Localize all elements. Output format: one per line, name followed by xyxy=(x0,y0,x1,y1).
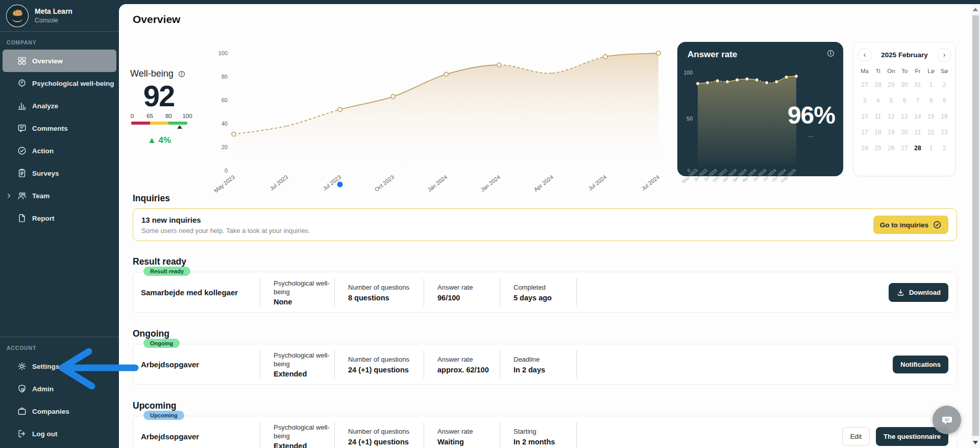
column-label: Psychological well-being xyxy=(274,423,334,441)
calendar-day[interactable]: 23 xyxy=(938,125,951,140)
data-point xyxy=(765,81,768,84)
calendar-day[interactable]: 25 xyxy=(871,140,885,156)
scrollbar-thumb[interactable] xyxy=(972,15,979,436)
calendar-day[interactable]: 20 xyxy=(898,125,911,140)
sidebar-item-comments[interactable]: Comments xyxy=(0,117,119,139)
survey-column: Answer rateWaiting xyxy=(424,422,500,448)
inquiries-title: 13 new inquiries xyxy=(141,216,310,224)
column-value: approx. 62/100 xyxy=(437,366,500,374)
download-icon xyxy=(896,288,905,297)
calendar-day[interactable]: 30 xyxy=(898,77,911,93)
sidebar-item-action[interactable]: Action xyxy=(0,139,119,162)
survey-column: Answer rateapprox. 62/100 xyxy=(424,350,500,379)
calendar-next-button[interactable]: › xyxy=(938,49,951,61)
gear-icon xyxy=(17,361,27,371)
data-point xyxy=(736,79,739,82)
calendar-weekday: On xyxy=(885,65,898,77)
calendar-day[interactable]: 1 xyxy=(924,77,938,93)
wellbeing-label: Well-being xyxy=(130,68,174,79)
sidebar-item-team[interactable]: Team xyxy=(0,184,119,207)
calendar-day[interactable]: 13 xyxy=(898,109,911,125)
calendar-weekday: Sø xyxy=(938,65,951,77)
sidebar-item-overview[interactable]: Overview xyxy=(3,50,116,72)
calendar-day[interactable]: 17 xyxy=(858,125,871,140)
page-title: Overview xyxy=(133,13,180,26)
survey-column: Completed5 days ago xyxy=(500,278,576,306)
y-axis-label: 60 xyxy=(222,97,228,103)
sidebar-item-report[interactable]: Report xyxy=(0,207,119,229)
calendar-day[interactable]: 16 xyxy=(938,109,951,125)
calendar-day[interactable]: 15 xyxy=(924,109,938,125)
calendar-day[interactable]: 27 xyxy=(858,77,871,93)
data-point xyxy=(338,107,342,111)
calendar-day[interactable]: 1 xyxy=(924,140,938,156)
calendar-day[interactable]: 7 xyxy=(911,93,924,109)
calendar-prev-button[interactable]: ‹ xyxy=(858,49,871,61)
calendar-day[interactable]: 10 xyxy=(858,109,871,125)
calendar-day[interactable]: 12 xyxy=(885,109,898,125)
calendar-day[interactable]: 5 xyxy=(885,93,898,109)
calendar-day[interactable]: 18 xyxy=(871,125,885,140)
calendar-day[interactable]: 2 xyxy=(938,140,951,156)
sidebar-item-surveys[interactable]: Surveys xyxy=(0,162,119,184)
brand: Meta Learn Console xyxy=(0,0,119,32)
sidebar-item-admin[interactable]: Admin xyxy=(0,378,119,400)
download-button[interactable]: Download xyxy=(889,283,948,302)
calendar-day[interactable]: 11 xyxy=(871,109,885,125)
notifications-button[interactable]: Notifications xyxy=(893,356,948,373)
calendar-day[interactable]: 8 xyxy=(924,93,938,109)
info-icon[interactable] xyxy=(178,70,186,78)
calendar: ‹ 2025 February › MaTiOnToFrLøSø27282930… xyxy=(853,42,955,176)
status-badge: Result ready xyxy=(143,267,190,276)
edit-button[interactable]: Edit xyxy=(842,427,870,446)
sidebar-item-settings[interactable]: Settings xyxy=(0,355,119,378)
sidebar-item-log-out[interactable]: Log out xyxy=(0,422,119,445)
divider xyxy=(576,278,577,306)
y-axis-label: 80 xyxy=(222,74,228,80)
calendar-day[interactable]: 9 xyxy=(938,93,951,109)
section-heading: Result ready xyxy=(133,256,957,267)
gauge-tick-label: 80 xyxy=(165,113,172,119)
calendar-day[interactable]: 27 xyxy=(898,140,911,156)
survey-column: Psychological well-beingExtended xyxy=(260,422,334,448)
sidebar-item-label: Comments xyxy=(32,125,68,132)
calendar-day[interactable]: 31 xyxy=(911,77,924,93)
calendar-day[interactable]: 21 xyxy=(911,125,924,140)
calendar-day[interactable]: 14 xyxy=(911,109,924,125)
calendar-day[interactable]: 6 xyxy=(898,93,911,109)
calendar-day[interactable]: 4 xyxy=(871,93,885,109)
x-axis-label: Jul 2024 xyxy=(587,174,607,192)
calendar-day[interactable]: 2 xyxy=(938,77,951,93)
survey-column: Number of questions24 (+1) questions xyxy=(334,422,424,448)
scroll-down-icon[interactable] xyxy=(973,441,978,444)
calendar-day[interactable]: 3 xyxy=(858,93,871,109)
scroll-up-icon[interactable] xyxy=(973,8,978,11)
column-label: Answer rate xyxy=(437,428,500,436)
inquiries-card: 13 new inquiries Some users need your he… xyxy=(133,208,957,241)
calendar-day[interactable]: 29 xyxy=(885,77,898,93)
column-label: Deadline xyxy=(513,356,576,364)
chat-icon xyxy=(940,413,954,427)
info-icon[interactable] xyxy=(826,49,835,58)
calendar-day[interactable]: 28 xyxy=(911,140,924,156)
survey-column: Answer rate96/100 xyxy=(424,278,500,306)
sidebar-item-psychological-well-being[interactable]: Psychological well-being xyxy=(0,72,119,95)
scrollbar[interactable] xyxy=(971,4,980,448)
wellbeing-widget: Well-being 92 06580100 ▲ 4% xyxy=(129,68,222,146)
column-label: Answer rate xyxy=(437,284,500,292)
calendar-weekday: Lø xyxy=(924,65,938,77)
calendar-day[interactable]: 22 xyxy=(924,125,938,140)
sidebar-item-analyze[interactable]: Analyze xyxy=(0,95,119,117)
calendar-day[interactable]: 24 xyxy=(858,140,871,156)
report-icon xyxy=(17,213,27,223)
selected-tick-dot[interactable] xyxy=(337,182,343,187)
column-value: Extended xyxy=(274,370,334,378)
lower-sections: Inquiries 13 new inquiries Some users ne… xyxy=(119,189,980,448)
sidebar-item-companies[interactable]: Companies xyxy=(0,400,119,422)
calendar-weekday: Fr xyxy=(911,65,924,77)
calendar-day[interactable]: 28 xyxy=(871,77,885,93)
chat-fab[interactable] xyxy=(933,406,961,434)
calendar-day[interactable]: 19 xyxy=(885,125,898,140)
go-to-inquiries-button[interactable]: Go to inquiries xyxy=(873,216,948,234)
calendar-day[interactable]: 26 xyxy=(885,140,898,156)
